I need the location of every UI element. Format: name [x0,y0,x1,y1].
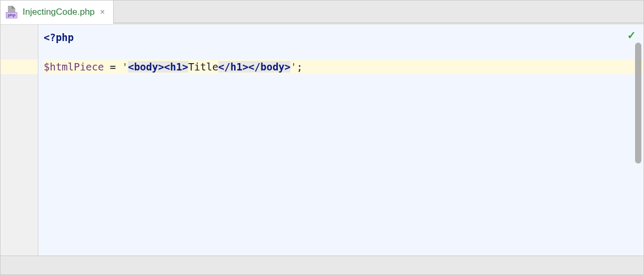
tab-injectingcode[interactable]: php InjectingCode.php × [1,1,114,23]
tab-bar: php InjectingCode.php × [1,1,643,24]
code-line-3: $htmlPiece = '<body><h1>Title</h1></body… [44,59,643,74]
php-file-icon: php [6,6,18,18]
gutter[interactable] [1,25,38,256]
tab-bar-empty [114,1,643,23]
tab-label: InjectingCode.php [23,7,95,17]
vertical-scrollbar[interactable] [635,43,641,164]
code-line-1: <?php [44,30,643,45]
ide-window: php InjectingCode.php × <?php $htmlPiece… [0,0,644,275]
code-editor[interactable]: <?php $htmlPiece = '<body><h1>Title</h1>… [38,25,643,256]
php-open-tag: <?php [44,32,74,43]
code-line-2 [44,45,643,59]
editor-area: <?php $htmlPiece = '<body><h1>Title</h1>… [1,25,643,256]
status-bar [1,256,643,274]
checkmark-icon[interactable]: ✓ [627,29,636,42]
variable: $htmlPiece [44,61,104,73]
close-icon[interactable]: × [99,6,106,18]
gutter-highlight [1,59,38,74]
